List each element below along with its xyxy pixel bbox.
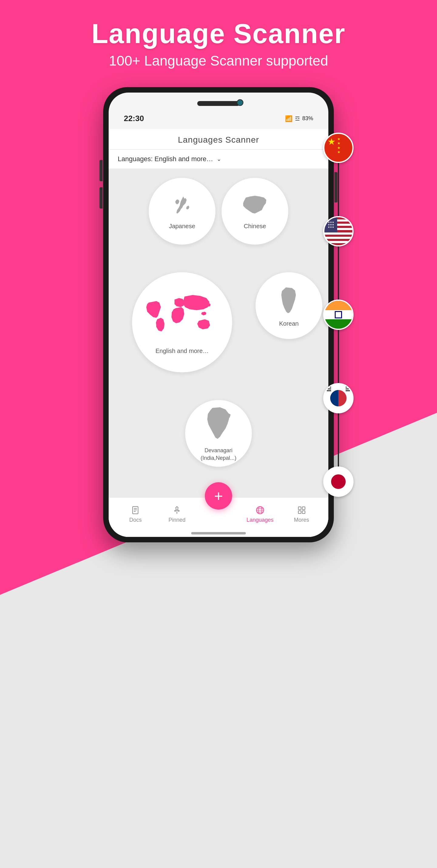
korea-map-icon	[275, 284, 303, 318]
language-item-devanagari[interactable]: Devanagari(India,Nepal...)	[185, 400, 252, 467]
flag-korea-circle[interactable]	[323, 383, 353, 413]
china-star-icon: ★	[327, 136, 336, 147]
battery-text: 83%	[302, 115, 313, 122]
globe-icon	[255, 505, 265, 515]
language-label-korean: Korean	[279, 320, 299, 327]
flag-china-circle[interactable]: ★ ★★★★	[323, 133, 353, 163]
app-screen-title: Languages Scanner	[178, 135, 259, 145]
language-item-korean[interactable]: Korean	[255, 272, 322, 339]
home-indicator-bar	[191, 532, 246, 534]
nav-item-languages[interactable]: Languages	[239, 505, 281, 523]
language-item-japanese[interactable]: Japanese	[149, 178, 215, 245]
status-icons: 📶 ☲ 83%	[285, 115, 313, 122]
taeguk-symbol	[330, 390, 347, 406]
japan-sun-icon	[331, 474, 346, 489]
language-filter-label: Languages: English and more…	[118, 155, 213, 163]
flag-usa-circle[interactable]: ★★★★★★★★★	[323, 216, 353, 246]
world-map-icon	[143, 290, 222, 345]
usa-canton: ★★★★★★★★★	[324, 217, 337, 232]
svg-rect-13	[302, 511, 305, 514]
language-grid: Japanese Chinese	[108, 169, 329, 497]
phone-speaker	[197, 101, 240, 106]
flag-separator-2	[338, 246, 339, 300]
trigram-left	[327, 386, 331, 391]
language-label-japanese: Japanese	[169, 223, 195, 230]
grid-icon	[297, 505, 307, 515]
fab-container: +	[205, 482, 232, 509]
signal-icon: ☲	[295, 115, 300, 122]
china-small-stars: ★★★★	[337, 137, 341, 154]
flag-japan-circle[interactable]	[323, 466, 353, 497]
language-item-chinese[interactable]: Chinese	[222, 178, 288, 245]
nav-item-docs[interactable]: Docs	[115, 505, 156, 523]
app-title-bar: Languages Scanner	[108, 129, 329, 150]
svg-rect-11	[302, 507, 305, 509]
india-mid-stripe	[324, 310, 352, 319]
nav-label-pinned: Pinned	[168, 517, 185, 523]
nav-item-pinned[interactable]: Pinned	[156, 505, 198, 523]
phone-mockup: 22:30 📶 ☲ 83% Languages Scanner Language…	[103, 87, 334, 542]
volume-up-button	[99, 160, 102, 181]
app-header-section: Language Scanner 100+ Language Scanner s…	[91, 0, 345, 81]
nav-label-mores: Mores	[294, 517, 309, 523]
japan-map-icon	[164, 193, 200, 220]
china-map-icon	[237, 193, 273, 220]
phone-frame: 22:30 📶 ☲ 83% Languages Scanner Language…	[103, 87, 334, 542]
app-main-subtitle: 100+ Language Scanner supported	[91, 53, 345, 69]
language-label-chinese: Chinese	[244, 223, 266, 230]
india-map-icon	[202, 405, 235, 444]
docs-icon	[130, 505, 140, 515]
add-icon: +	[214, 488, 223, 503]
india-top-stripe	[324, 301, 352, 310]
flag-india-circle[interactable]	[323, 300, 353, 330]
svg-rect-12	[298, 511, 301, 514]
language-label-devanagari: Devanagari(India,Nepal...)	[197, 447, 240, 462]
language-label-english: English and more…	[155, 347, 209, 354]
india-bottom-stripe	[324, 319, 352, 329]
volume-down-button	[99, 187, 102, 209]
flag-separator-1	[338, 163, 339, 216]
phone-screen: 22:30 📶 ☲ 83% Languages Scanner Language…	[108, 93, 329, 537]
svg-rect-10	[298, 507, 301, 509]
pin-icon	[172, 505, 182, 515]
status-bar: 22:30 📶 ☲ 83%	[121, 114, 316, 123]
nav-label-docs: Docs	[129, 517, 142, 523]
app-screen-content: Languages Scanner Languages: English and…	[108, 129, 329, 537]
language-filter-bar[interactable]: Languages: English and more… ⌄	[108, 150, 329, 169]
status-time: 22:30	[124, 114, 144, 123]
chevron-down-icon[interactable]: ⌄	[217, 156, 221, 162]
nav-item-mores[interactable]: Mores	[281, 505, 322, 523]
wifi-icon: 📶	[285, 115, 292, 122]
trigram-right	[346, 386, 350, 391]
phone-camera	[237, 99, 243, 106]
ashoka-wheel	[335, 311, 342, 318]
flag-sidebar: ★ ★★★★	[323, 133, 353, 497]
nav-label-languages: Languages	[246, 517, 274, 523]
add-language-button[interactable]: +	[205, 482, 232, 509]
language-item-english[interactable]: English and more…	[132, 272, 232, 372]
app-main-title: Language Scanner	[91, 18, 345, 50]
flag-separator-4	[338, 413, 339, 466]
flag-separator-3	[338, 330, 339, 383]
